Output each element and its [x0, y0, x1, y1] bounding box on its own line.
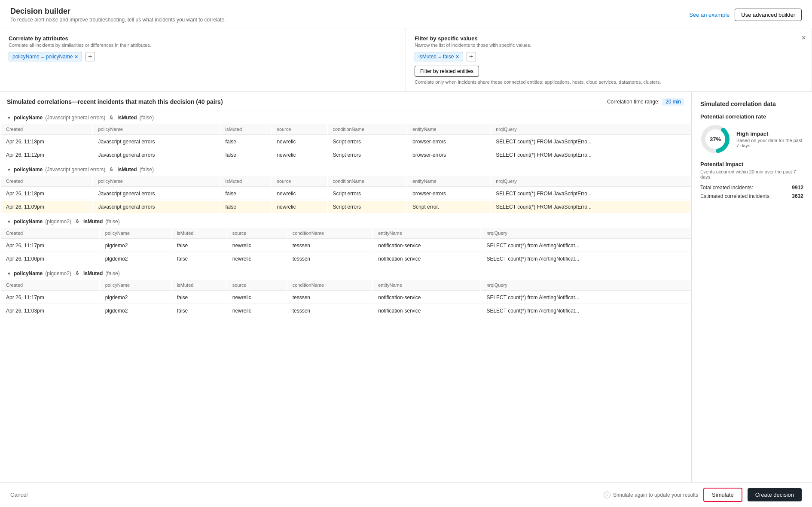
main-area: Simulated correlations—recent incidents … [0, 92, 812, 482]
group-attr2-val: (false) [105, 270, 119, 276]
table-cell: browser-errors [407, 188, 490, 200]
data-table: CreatedpolicyNameisMutedsourceconditionN… [0, 123, 691, 162]
filter-tag-remove-icon[interactable]: × [455, 54, 459, 60]
column-header: entityName [373, 280, 480, 291]
estimated-row: Estimated correlated incidents: 3632 [700, 193, 803, 199]
group-header[interactable]: ▼ policyName (plgdemo2) & isMuted (false… [0, 214, 691, 227]
close-filter-button[interactable]: × [801, 33, 806, 43]
column-header: policyName [93, 124, 219, 135]
filter-tag[interactable]: isMuted = false × [415, 52, 463, 61]
column-header: conditionName [328, 176, 407, 187]
add-correlate-button[interactable]: + [85, 52, 95, 61]
column-header: conditionName [287, 280, 372, 291]
time-range-value: 20 min [662, 98, 684, 106]
header-left: Decision builder To reduce alert noise a… [10, 7, 226, 23]
filter-tag-val: false [443, 54, 454, 60]
filter-related-entities-button[interactable]: Filter by related entities [415, 66, 479, 77]
filter-specific-section: × Filter by specific values Narrow the l… [406, 28, 812, 91]
table-cell: notification-service [373, 240, 480, 252]
potential-impact-sub: Events occurred within 20 min over the p… [700, 169, 803, 179]
group-attr1-val: (plgdemo2) [45, 219, 71, 225]
create-decision-button[interactable]: Create decision [748, 488, 802, 501]
tag-left-label: policyName [12, 54, 40, 60]
impact-label: High impact [736, 131, 803, 137]
table-cell: Javascript general errors [93, 136, 219, 148]
table-cell: false [220, 188, 271, 200]
table-cell: false [220, 149, 271, 161]
chevron-down-icon: ▼ [7, 115, 11, 120]
group-attr1-val: (Javascript general errors) [45, 115, 105, 121]
simulation-group: ▼ policyName (plgdemo2) & isMuted (false… [0, 214, 691, 266]
table-cell: newrelic [227, 240, 287, 252]
simulation-group: ▼ policyName (Javascript general errors)… [0, 162, 691, 214]
cancel-link[interactable]: Cancel [10, 492, 27, 498]
column-header: entityName [407, 176, 490, 187]
table-cell: newrelic [272, 149, 327, 161]
group-attr1-name: policyName [14, 167, 43, 173]
group-attr1-name: policyName [14, 270, 43, 276]
tag-right-label: policyName [46, 54, 73, 60]
table-cell: notification-service [373, 305, 480, 317]
add-filter-button[interactable]: + [467, 52, 476, 61]
simulation-group: ▼ policyName (plgdemo2) & isMuted (false… [0, 266, 691, 318]
data-table: CreatedpolicyNameisMutedsourceconditionN… [0, 279, 691, 318]
table-cell: Javascript general errors [93, 188, 219, 200]
column-header: entityName [373, 228, 480, 239]
column-header: Created [1, 124, 92, 135]
table-cell: Apr 26, 11:00pm [1, 253, 99, 265]
table-row: Apr 26, 11:18pmJavascript general errors… [1, 188, 690, 200]
group-attr2-name: isMuted [83, 270, 103, 276]
simulations-title: Simulated correlations—recent incidents … [7, 98, 223, 105]
column-header: source [272, 124, 327, 135]
chevron-down-icon: ▼ [7, 271, 11, 276]
tag-equals: = [41, 54, 44, 60]
column-header: nrqlQuery [481, 280, 690, 291]
column-header: isMuted [172, 280, 226, 291]
simulate-button[interactable]: Simulate [703, 488, 742, 502]
table-cell: plgdemo2 [100, 240, 171, 252]
column-header: Created [1, 228, 99, 239]
table-cell: false [220, 136, 271, 148]
table-cell: Script errors [328, 136, 407, 148]
table-cell: Apr 26, 11:17pm [1, 240, 99, 252]
group-attr2-val: (false) [105, 219, 119, 225]
correlate-title: Correlate by attributes [9, 35, 397, 42]
groups-container: ▼ policyName (Javascript general errors)… [0, 110, 691, 318]
table-cell: false [172, 240, 226, 252]
group-header[interactable]: ▼ policyName (Javascript general errors)… [0, 110, 691, 123]
impact-sub: Based on your data for the past 7 days. [736, 138, 803, 148]
filter-tags: isMuted = false × + [415, 52, 803, 61]
see-example-link[interactable]: See an example [689, 12, 730, 18]
table-row: Apr 26, 11:09pmJavascript general errors… [1, 201, 690, 213]
page-subtitle: To reduce alert noise and improve troubl… [10, 17, 226, 23]
table-cell: SELECT count(*) FROM JavaScriptErro... [491, 149, 690, 161]
table-cell: SELECT count(*) FROM JavaScriptErro... [491, 201, 690, 213]
column-header: policyName [93, 176, 219, 187]
estimated-label: Estimated correlated incidents: [700, 193, 771, 199]
advanced-builder-button[interactable]: Use advanced builder [735, 9, 802, 21]
table-cell: Script errors [328, 201, 407, 213]
group-header[interactable]: ▼ policyName (plgdemo2) & isMuted (false… [0, 266, 691, 279]
page-title: Decision builder [10, 7, 226, 16]
right-panel: Simulated correlation data Potential cor… [692, 92, 812, 482]
group-attr2-val: (false) [140, 167, 154, 173]
column-header: nrqlQuery [491, 176, 690, 187]
related-entities-note: Correlate only when incidents share thes… [415, 79, 803, 85]
tag-remove-icon[interactable]: × [74, 54, 78, 60]
correlate-tag[interactable]: policyName = policyName × [9, 52, 82, 61]
table-cell: newrelic [227, 291, 287, 304]
total-created-label: Total created incidents: [700, 185, 753, 191]
column-header: entityName [407, 124, 490, 135]
group-header[interactable]: ▼ policyName (Javascript general errors)… [0, 162, 691, 175]
time-range-label: Correlation time range: [607, 99, 659, 105]
column-header: source [227, 228, 287, 239]
time-range: Correlation time range: 20 min [607, 98, 684, 106]
table-cell: SELECT count(*) from AlertingNotificat..… [481, 291, 690, 304]
table-cell: browser-errors [407, 136, 490, 148]
potential-rate-label: Potential correlation rate [700, 113, 803, 120]
table-row: Apr 26, 11:17pmplgdemo2falsenewrelictess… [1, 291, 690, 304]
table-cell: SELECT count(*) from AlertingNotificat..… [481, 305, 690, 317]
filter-tag-equals: = [438, 54, 441, 60]
group-attr2-name: isMuted [117, 167, 137, 173]
data-table: CreatedpolicyNameisMutedsourceconditionN… [0, 175, 691, 214]
